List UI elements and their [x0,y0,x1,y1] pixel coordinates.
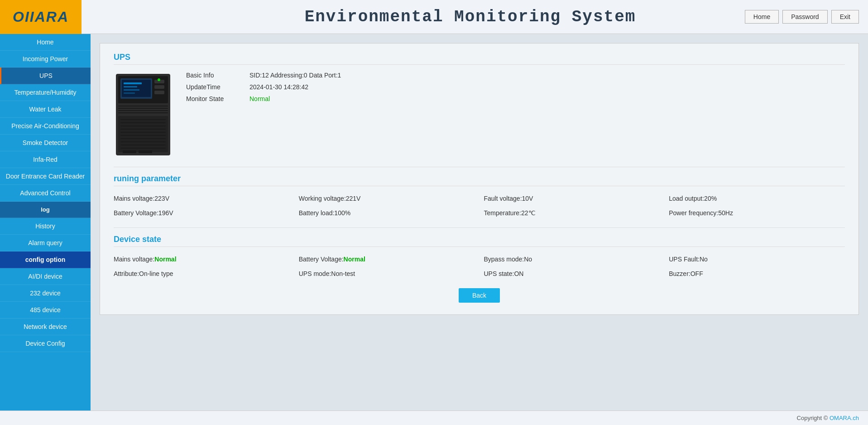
svg-rect-6 [124,89,139,91]
sidebar-item-home[interactable]: Home [0,34,91,51]
state-mains-voltage-label: Mains voltage: [114,256,154,263]
header-title: Environmental Monitoring System [82,8,859,26]
state-battery-voltage-label: Battery Voltage: [299,256,344,263]
ups-title: UPS [114,53,845,65]
params-grid: Mains voltage:223V Working voltage:221V … [114,193,845,218]
param-working-voltage: Working voltage:221V [299,193,475,204]
state-buzzer: Buzzer:OFF [669,268,845,279]
content-area: UPS [91,34,868,411]
state-ups-fault: UPS Fault:No [669,254,845,265]
state-battery-voltage: Battery Voltage:Normal [299,254,475,265]
param-mains-voltage: Mains voltage:223V [114,193,290,204]
header: OIIARA Environmental Monitoring System H… [0,0,868,34]
state-battery-voltage-value: Normal [344,256,365,263]
sidebar-item-precise-ac[interactable]: Precise Air-Conditioning [0,118,91,135]
footer-link[interactable]: OMARA.ch [830,415,859,421]
svg-rect-19 [120,126,166,126]
running-param-title: runing parameter [114,174,845,186]
svg-rect-12 [118,106,168,106]
param-battery-load: Battery load:100% [299,208,475,218]
logo: OIIARA [0,0,82,34]
state-ups-mode: UPS mode:Non-test [299,268,475,279]
header-buttons: Home Password Exit [745,10,859,24]
svg-rect-17 [120,119,166,120]
sidebar: Home Incoming Power UPS Temperature/Humi… [0,34,91,411]
svg-rect-9 [154,85,164,89]
param-temperature: Temperature:22℃ [484,208,660,218]
sidebar-item-alarm-query[interactable]: Alarm query [0,235,91,251]
state-ups-state: UPS state:ON [484,268,660,279]
update-time-label: UpdateTime [186,83,249,91]
svg-rect-15 [118,112,168,113]
svg-rect-14 [118,110,168,111]
svg-rect-20 [120,129,166,130]
param-fault-voltage: Fault voltage:10V [484,193,660,204]
monitor-state-value: Normal [249,95,270,102]
param-power-frequency: Power frequency:50Hz [669,208,845,218]
svg-rect-7 [124,92,135,94]
svg-rect-21 [120,132,166,133]
basic-info-row: Basic Info SID:12 Addressing:0 Data Port… [186,72,845,79]
svg-rect-26 [120,148,166,149]
svg-rect-18 [120,122,166,123]
svg-rect-4 [124,82,142,84]
sidebar-item-ai-di-device[interactable]: AI/DI device [0,268,91,285]
password-button[interactable]: Password [782,10,827,24]
sidebar-item-log[interactable]: log [0,202,91,218]
update-time-row: UpdateTime 2024-01-30 14:28:42 [186,83,845,91]
sidebar-item-history[interactable]: History [0,218,91,235]
svg-rect-25 [120,145,166,145]
content-panel: UPS [100,43,859,315]
ups-image [114,72,173,158]
ups-info-block: Basic Info SID:12 Addressing:0 Data Port… [186,72,845,158]
svg-point-11 [158,78,160,81]
device-state-title: Device state [114,235,845,247]
state-mains-voltage: Mains voltage:Normal [114,254,290,265]
footer-text: Copyright © [797,415,828,421]
basic-info-label: Basic Info [186,72,249,79]
sidebar-item-network-device[interactable]: Network device [0,319,91,335]
svg-rect-28 [139,150,152,153]
state-attribute: Attribute:On-line type [114,268,290,279]
back-button[interactable]: Back [459,288,500,303]
svg-rect-16 [118,116,168,152]
monitor-state-label: Monitor State [186,95,249,102]
sidebar-item-advanced-control[interactable]: Advanced Control [0,185,91,202]
svg-rect-13 [118,108,168,109]
main-layout: Home Incoming Power UPS Temperature/Humi… [0,34,868,411]
sidebar-item-incoming-power[interactable]: Incoming Power [0,51,91,68]
svg-rect-10 [154,91,164,94]
sidebar-item-temp-humidity[interactable]: Temperature/Humidity [0,84,91,101]
sidebar-item-232-device[interactable]: 232 device [0,285,91,302]
sidebar-item-infa-red[interactable]: Infa-Red [0,151,91,168]
exit-button[interactable]: Exit [831,10,859,24]
svg-rect-27 [123,150,136,153]
sidebar-item-485-device[interactable]: 485 device [0,302,91,319]
svg-rect-3 [122,80,151,97]
sidebar-item-config-option[interactable]: config option [0,251,91,268]
divider-1 [114,167,845,167]
home-button[interactable]: Home [745,10,779,24]
footer: Copyright © OMARA.ch [0,411,868,425]
sidebar-item-smoke-detector[interactable]: Smoke Detector [0,135,91,151]
logo-text: OIIARA [13,9,69,25]
svg-rect-5 [124,86,137,87]
sidebar-item-water-leak[interactable]: Water Leak [0,101,91,118]
state-grid: Mains voltage:Normal Battery Voltage:Nor… [114,254,845,279]
svg-rect-24 [120,141,166,142]
svg-rect-23 [120,138,166,139]
divider-2 [114,227,845,228]
monitor-state-row: Monitor State Normal [186,95,845,102]
back-btn-area: Back [114,288,845,303]
basic-info-value: SID:12 Addressing:0 Data Port:1 [249,72,341,79]
sidebar-item-door-entrance[interactable]: Door Entrance Card Reader [0,168,91,185]
param-load-output: Load output:20% [669,193,845,204]
svg-rect-22 [120,135,166,136]
param-battery-voltage: Battery Voltage:196V [114,208,290,218]
sidebar-item-device-config[interactable]: Device Config [0,335,91,352]
sidebar-item-ups[interactable]: UPS [0,68,91,84]
ups-image-area: Basic Info SID:12 Addressing:0 Data Port… [114,72,845,158]
update-time-value: 2024-01-30 14:28:42 [249,83,308,91]
state-mains-voltage-value: Normal [154,256,176,263]
ups-svg [114,72,173,158]
